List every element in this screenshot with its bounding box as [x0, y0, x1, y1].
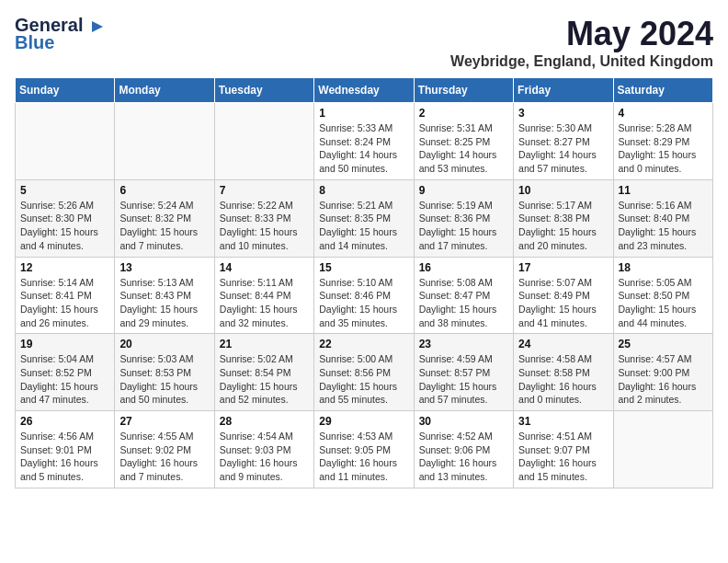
table-row: 7 Sunrise: 5:22 AMSunset: 8:33 PMDayligh… [214, 179, 313, 257]
day-info: Sunrise: 5:11 AMSunset: 8:44 PMDaylight:… [220, 276, 309, 330]
day-number: 2 [419, 107, 508, 120]
day-number: 17 [518, 261, 608, 274]
table-row: 2 Sunrise: 5:31 AMSunset: 8:25 PMDayligh… [414, 103, 513, 180]
logo: General Blue [15, 15, 105, 53]
table-row: 4 Sunrise: 5:28 AMSunset: 8:29 PMDayligh… [613, 103, 712, 180]
table-row: 31 Sunrise: 4:51 AMSunset: 9:07 PMDaylig… [514, 411, 613, 488]
logo-blue-text: Blue [15, 32, 54, 53]
day-info: Sunrise: 4:51 AMSunset: 9:07 PMDaylight:… [518, 430, 608, 484]
table-row [613, 411, 712, 488]
col-wednesday: Wednesday [314, 78, 414, 103]
day-number: 5 [20, 184, 109, 197]
table-row: 25 Sunrise: 4:57 AMSunset: 9:00 PMDaylig… [613, 334, 712, 411]
location-subtitle: Weybridge, England, United Kingdom [450, 53, 713, 70]
day-number: 4 [619, 107, 708, 120]
day-info: Sunrise: 5:03 AMSunset: 8:53 PMDaylight:… [119, 352, 209, 407]
day-number: 19 [20, 338, 109, 350]
day-info: Sunrise: 5:31 AMSunset: 8:25 PMDaylight:… [419, 121, 508, 176]
day-info: Sunrise: 5:30 AMSunset: 8:27 PMDaylight:… [518, 121, 608, 176]
table-row: 23 Sunrise: 4:59 AMSunset: 8:57 PMDaylig… [414, 334, 513, 411]
day-info: Sunrise: 5:13 AMSunset: 8:43 PMDaylight:… [119, 276, 209, 330]
table-row: 20 Sunrise: 5:03 AMSunset: 8:53 PMDaylig… [115, 334, 214, 411]
day-info: Sunrise: 5:07 AMSunset: 8:49 PMDaylight:… [518, 276, 608, 330]
table-row: 28 Sunrise: 4:54 AMSunset: 9:03 PMDaylig… [214, 411, 313, 488]
day-info: Sunrise: 4:57 AMSunset: 9:00 PMDaylight:… [619, 352, 708, 407]
table-row: 30 Sunrise: 4:52 AMSunset: 9:06 PMDaylig… [414, 411, 513, 488]
table-row: 27 Sunrise: 4:55 AMSunset: 9:02 PMDaylig… [115, 411, 214, 488]
table-row: 26 Sunrise: 4:56 AMSunset: 9:01 PMDaylig… [16, 411, 115, 488]
table-row: 13 Sunrise: 5:13 AMSunset: 8:43 PMDaylig… [115, 257, 214, 334]
day-number: 20 [119, 338, 209, 350]
day-info: Sunrise: 5:14 AMSunset: 8:41 PMDaylight:… [20, 276, 109, 330]
table-row: 21 Sunrise: 5:02 AMSunset: 8:54 PMDaylig… [214, 334, 313, 411]
day-info: Sunrise: 5:24 AMSunset: 8:32 PMDaylight:… [119, 199, 209, 253]
page-header: General Blue May 2024 Weybridge, England… [15, 15, 713, 70]
day-info: Sunrise: 4:54 AMSunset: 9:03 PMDaylight:… [220, 430, 309, 484]
day-number: 9 [419, 184, 508, 197]
day-info: Sunrise: 5:08 AMSunset: 8:47 PMDaylight:… [419, 276, 508, 330]
col-friday: Friday [514, 78, 613, 103]
svg-marker-0 [92, 21, 103, 32]
day-number: 12 [20, 261, 109, 274]
logo-flag-icon [90, 19, 105, 34]
table-row: 18 Sunrise: 5:05 AMSunset: 8:50 PMDaylig… [613, 257, 712, 334]
table-row: 14 Sunrise: 5:11 AMSunset: 8:44 PMDaylig… [214, 257, 313, 334]
table-row: 16 Sunrise: 5:08 AMSunset: 8:47 PMDaylig… [414, 257, 513, 334]
day-number: 6 [119, 184, 209, 197]
day-info: Sunrise: 4:52 AMSunset: 9:06 PMDaylight:… [419, 430, 508, 484]
day-info: Sunrise: 5:21 AMSunset: 8:35 PMDaylight:… [319, 199, 408, 253]
table-row: 15 Sunrise: 5:10 AMSunset: 8:46 PMDaylig… [314, 257, 414, 334]
day-number: 14 [220, 261, 309, 274]
day-number: 31 [518, 415, 608, 428]
day-number: 11 [619, 184, 708, 197]
day-number: 15 [319, 261, 408, 274]
table-row: 5 Sunrise: 5:26 AMSunset: 8:30 PMDayligh… [16, 179, 115, 257]
month-year-title: May 2024 [450, 15, 713, 53]
day-number: 27 [119, 415, 209, 428]
day-info: Sunrise: 5:04 AMSunset: 8:52 PMDaylight:… [20, 352, 109, 407]
day-number: 10 [518, 184, 608, 197]
day-number: 24 [518, 338, 608, 350]
day-number: 23 [419, 338, 508, 350]
day-number: 16 [419, 261, 508, 274]
col-monday: Monday [115, 78, 214, 103]
calendar-week-row: 12 Sunrise: 5:14 AMSunset: 8:41 PMDaylig… [16, 257, 713, 334]
table-row: 10 Sunrise: 5:17 AMSunset: 8:38 PMDaylig… [514, 179, 613, 257]
day-number: 29 [319, 415, 408, 428]
calendar-week-row: 5 Sunrise: 5:26 AMSunset: 8:30 PMDayligh… [16, 179, 713, 257]
table-row: 1 Sunrise: 5:33 AMSunset: 8:24 PMDayligh… [314, 103, 414, 180]
day-info: Sunrise: 4:56 AMSunset: 9:01 PMDaylight:… [20, 430, 109, 484]
day-info: Sunrise: 5:16 AMSunset: 8:40 PMDaylight:… [619, 199, 708, 253]
table-row: 3 Sunrise: 5:30 AMSunset: 8:27 PMDayligh… [514, 103, 613, 180]
day-number: 8 [319, 184, 408, 197]
day-info: Sunrise: 5:22 AMSunset: 8:33 PMDaylight:… [220, 199, 309, 253]
day-number: 22 [319, 338, 408, 350]
calendar-header-row: Sunday Monday Tuesday Wednesday Thursday… [16, 78, 713, 103]
day-info: Sunrise: 4:59 AMSunset: 8:57 PMDaylight:… [419, 352, 508, 407]
day-info: Sunrise: 4:58 AMSunset: 8:58 PMDaylight:… [518, 352, 608, 407]
table-row: 24 Sunrise: 4:58 AMSunset: 8:58 PMDaylig… [514, 334, 613, 411]
day-number: 21 [220, 338, 309, 350]
calendar-table: Sunday Monday Tuesday Wednesday Thursday… [15, 77, 713, 488]
day-info: Sunrise: 5:02 AMSunset: 8:54 PMDaylight:… [220, 352, 309, 407]
day-info: Sunrise: 5:19 AMSunset: 8:36 PMDaylight:… [419, 199, 508, 253]
table-row: 12 Sunrise: 5:14 AMSunset: 8:41 PMDaylig… [16, 257, 115, 334]
day-number: 26 [20, 415, 109, 428]
col-thursday: Thursday [414, 78, 513, 103]
calendar-week-row: 19 Sunrise: 5:04 AMSunset: 8:52 PMDaylig… [16, 334, 713, 411]
day-info: Sunrise: 5:17 AMSunset: 8:38 PMDaylight:… [518, 199, 608, 253]
day-number: 25 [619, 338, 708, 350]
day-info: Sunrise: 5:00 AMSunset: 8:56 PMDaylight:… [319, 352, 408, 407]
calendar-week-row: 26 Sunrise: 4:56 AMSunset: 9:01 PMDaylig… [16, 411, 713, 488]
table-row [115, 103, 214, 180]
day-number: 18 [619, 261, 708, 274]
day-info: Sunrise: 5:05 AMSunset: 8:50 PMDaylight:… [619, 276, 708, 330]
day-info: Sunrise: 5:10 AMSunset: 8:46 PMDaylight:… [319, 276, 408, 330]
day-number: 1 [319, 107, 408, 120]
title-section: May 2024 Weybridge, England, United King… [450, 15, 713, 70]
table-row: 22 Sunrise: 5:00 AMSunset: 8:56 PMDaylig… [314, 334, 414, 411]
day-number: 13 [119, 261, 209, 274]
day-number: 7 [220, 184, 309, 197]
day-number: 28 [220, 415, 309, 428]
table-row: 29 Sunrise: 4:53 AMSunset: 9:05 PMDaylig… [314, 411, 414, 488]
